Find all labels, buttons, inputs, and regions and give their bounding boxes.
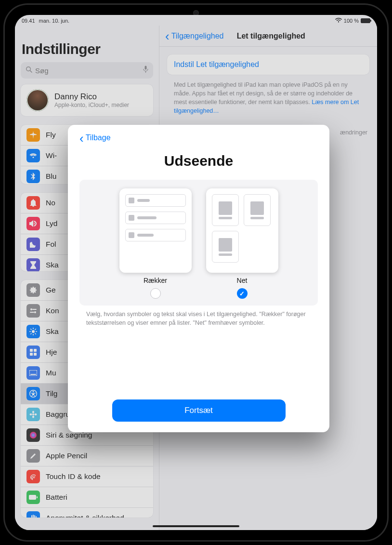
sheet-back-label: Tilbage	[86, 133, 111, 142]
appearance-options: Rækker Net ✓	[79, 180, 318, 306]
preview-grid	[206, 188, 278, 273]
option-grid-label: Net	[237, 277, 248, 284]
continue-button[interactable]: Fortsæt	[112, 399, 286, 422]
screen: 09.41 man. 10. jun. 100 % Indstillinger	[15, 15, 377, 530]
option-grid-radio[interactable]: ✓	[237, 288, 248, 299]
sheet-footnote: Vælg, hvordan symboler og tekst skal vis…	[79, 306, 318, 327]
device-frame: 09.41 man. 10. jun. 100 % Indstillinger	[3, 3, 389, 542]
option-rows-label: Rækker	[144, 277, 167, 284]
sheet-title: Udseende	[79, 153, 318, 169]
appearance-sheet: Tilbage Udseende Rækker	[68, 125, 329, 432]
option-grid[interactable]: Net ✓	[206, 188, 278, 299]
option-rows[interactable]: Rækker	[119, 188, 192, 299]
home-indicator[interactable]	[153, 525, 239, 527]
option-rows-radio[interactable]	[150, 288, 161, 299]
sheet-back-button[interactable]: Tilbage	[79, 133, 318, 142]
preview-rows	[119, 188, 192, 273]
